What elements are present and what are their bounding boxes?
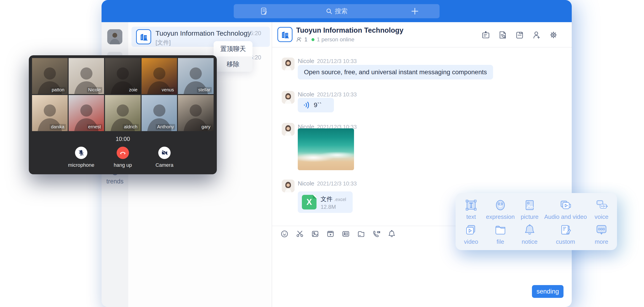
panel-item-expression[interactable]: expression — [486, 197, 515, 222]
user-avatar[interactable] — [107, 29, 122, 44]
participant-tile[interactable]: Anthony — [142, 95, 177, 131]
microphone-muted-icon — [75, 147, 87, 159]
menu-item-pin-chat[interactable]: 置顶聊天 — [214, 41, 252, 56]
image-message[interactable] — [298, 128, 354, 170]
participant-tile[interactable]: danika — [32, 95, 68, 131]
file-button[interactable] — [356, 229, 366, 239]
group-avatar — [278, 27, 292, 42]
participant-name: stellar — [197, 87, 212, 93]
online-status: 1 person online — [317, 36, 354, 43]
notification-button[interactable] — [387, 229, 396, 239]
video-call-window: pattonNicolezoievenusstellardanikaernest… — [29, 55, 217, 174]
voice-duration: 9`` — [314, 101, 322, 109]
search-placeholder: 搜索 — [335, 7, 348, 15]
participant-tile[interactable]: ernest — [68, 95, 104, 131]
send-button[interactable]: sending — [532, 285, 564, 298]
participant-tile[interactable]: gary — [178, 95, 214, 131]
message-meta: Nicole2021/12/3 10:33 — [298, 57, 357, 65]
chat-title: Tuoyun Information Technology — [296, 26, 404, 34]
sender-avatar[interactable] — [282, 91, 294, 104]
panel-item-file[interactable]: file — [486, 222, 515, 247]
panel-item-voice[interactable]: voice — [587, 197, 616, 222]
participant-name: patton — [50, 87, 66, 93]
member-count: 1 — [304, 36, 307, 43]
text-message[interactable]: Open source, free, and universal instant… — [298, 65, 493, 79]
microphone-button[interactable]: microphone — [68, 147, 95, 168]
emoji-button[interactable] — [280, 229, 289, 239]
hang-up-button[interactable]: hang up — [109, 147, 136, 168]
screenshot-button[interactable] — [295, 229, 304, 239]
call-button[interactable] — [372, 229, 381, 239]
participant-name: zoie — [128, 87, 139, 93]
panel-item-audio-video[interactable]: Audio and video — [544, 197, 587, 222]
participant-name: ernest — [87, 124, 102, 130]
voice-message[interactable]: 9`` — [298, 98, 334, 112]
message-meta: Nicole2021/12/3 10:33 — [298, 180, 357, 187]
participant-name: venus — [160, 87, 175, 93]
video-clip-button[interactable] — [326, 229, 335, 239]
panel-item-video[interactable]: video — [456, 222, 486, 247]
chat-history-icon[interactable] — [498, 30, 507, 39]
voice-wave-icon — [303, 101, 310, 109]
participant-tile[interactable]: zoie — [105, 58, 141, 94]
add-icon[interactable] — [410, 7, 420, 16]
participant-tile[interactable]: stellar — [178, 58, 214, 94]
participant-tile[interactable]: patton — [32, 58, 68, 94]
hang-up-icon — [117, 147, 129, 159]
top-bar: 搜索 — [102, 0, 572, 22]
participant-tile[interactable]: aldrich — [105, 95, 141, 131]
sender-avatar[interactable] — [282, 57, 294, 70]
online-dot — [312, 38, 314, 41]
menu-item-remove[interactable]: 移除 — [214, 56, 252, 72]
camera-button[interactable]: Camera — [151, 147, 178, 168]
group-avatar — [136, 29, 151, 44]
contact-card-button[interactable] — [341, 229, 350, 239]
chat-subtitle: 1 1 person online — [296, 36, 354, 43]
composer-toolbar — [280, 229, 396, 239]
search-icon — [326, 8, 332, 15]
microphone-label: microphone — [68, 162, 95, 168]
file-name: 文件 — [321, 196, 332, 202]
context-menu: 置顶聊天 移除 — [214, 41, 252, 72]
group-file-icon[interactable] — [515, 30, 524, 39]
participant-tile[interactable]: venus — [142, 58, 177, 94]
sender-avatar[interactable] — [282, 180, 294, 192]
camera-muted-icon — [158, 147, 170, 159]
settings-icon[interactable] — [549, 30, 558, 39]
members-icon — [296, 36, 302, 42]
sender-avatar[interactable] — [282, 123, 294, 136]
conversation-preview: [文件] — [156, 39, 170, 47]
camera-label: Camera — [151, 162, 178, 168]
group-notice-icon[interactable] — [481, 30, 490, 39]
participant-grid: pattonNicolezoievenusstellardanikaernest… — [32, 58, 214, 131]
participant-name: Anthony — [156, 124, 175, 130]
capability-panel: text expression picture Audio and video … — [456, 193, 617, 250]
participant-name: danika — [50, 124, 66, 130]
search-bar[interactable]: 搜索 — [234, 4, 440, 18]
panel-item-custom[interactable]: custom — [544, 222, 587, 247]
add-member-icon[interactable] — [532, 30, 541, 39]
participant-name: aldrich — [122, 124, 139, 130]
search-input[interactable]: 搜索 — [234, 4, 440, 18]
participant-tile[interactable]: Nicole — [68, 58, 104, 94]
participant-name: Nicole — [87, 87, 102, 93]
call-timer: 10:00 — [29, 136, 217, 142]
panel-item-more[interactable]: more — [587, 222, 616, 247]
file-size: 12.8M — [321, 204, 336, 210]
message-meta: Nicole2021/12/3 10:33 — [298, 91, 357, 98]
panel-item-text[interactable]: text — [456, 197, 486, 222]
hang-up-label: hang up — [109, 162, 136, 168]
file-message[interactable]: X 文件 .excel 12.8M — [298, 191, 353, 213]
panel-item-picture[interactable]: picture — [515, 197, 544, 222]
participant-name: gary — [200, 124, 212, 130]
file-ext: .excel — [334, 197, 346, 202]
chat-header: Tuoyun Information Technology 1 1 person… — [272, 22, 572, 47]
conversation-time: 15:20 — [247, 30, 261, 36]
panel-item-notice[interactable]: notice — [515, 222, 544, 247]
excel-file-icon: X — [302, 195, 316, 210]
image-button[interactable] — [310, 229, 320, 239]
trends-label: trends — [102, 178, 128, 185]
conversation-title: Tuoyun Information Technology — [156, 29, 251, 37]
